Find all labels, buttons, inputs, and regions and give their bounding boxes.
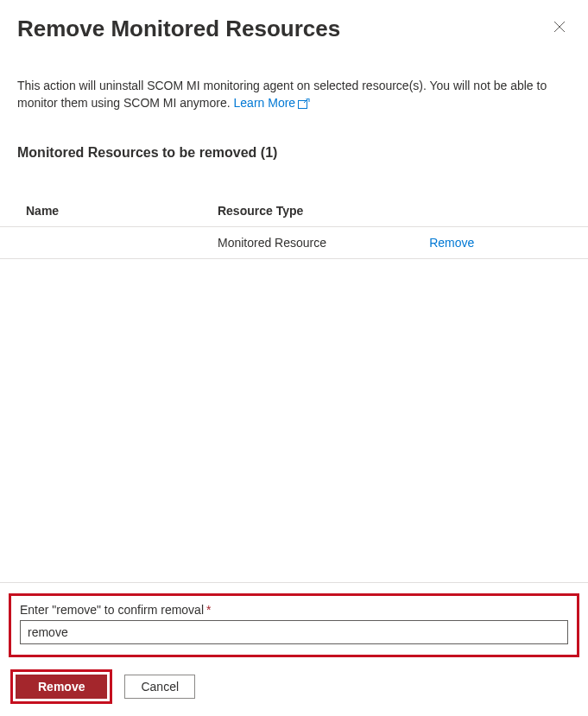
remove-button-highlight: Remove (10, 669, 112, 704)
dialog-title: Remove Monitored Resources (17, 16, 340, 42)
confirm-label: Enter "remove" to confirm removal* (20, 603, 568, 617)
col-resource-type: Resource Type (218, 195, 429, 227)
external-link-icon (298, 96, 310, 113)
confirm-block: Enter "remove" to confirm removal* (9, 593, 579, 657)
required-asterisk: * (206, 603, 211, 617)
cancel-button[interactable]: Cancel (124, 675, 195, 699)
learn-more-link[interactable]: Learn More (234, 96, 311, 110)
remove-button[interactable]: Remove (16, 675, 107, 699)
resources-table: Name Resource Type Monitored Resource Re… (0, 195, 588, 259)
col-action (429, 195, 588, 227)
cell-name (0, 226, 218, 258)
dialog-description: This action will uninstall SCOM MI monit… (0, 51, 588, 114)
row-remove-link[interactable]: Remove (429, 236, 474, 250)
divider (0, 582, 588, 583)
cell-resource-type: Monitored Resource (218, 226, 429, 258)
confirm-input[interactable] (20, 620, 568, 644)
table-row: Monitored Resource Remove (0, 226, 588, 258)
col-name: Name (0, 195, 218, 227)
resources-subheading: Monitored Resources to be removed (1) (0, 114, 588, 161)
svg-rect-2 (299, 101, 307, 109)
close-icon[interactable] (548, 16, 571, 38)
